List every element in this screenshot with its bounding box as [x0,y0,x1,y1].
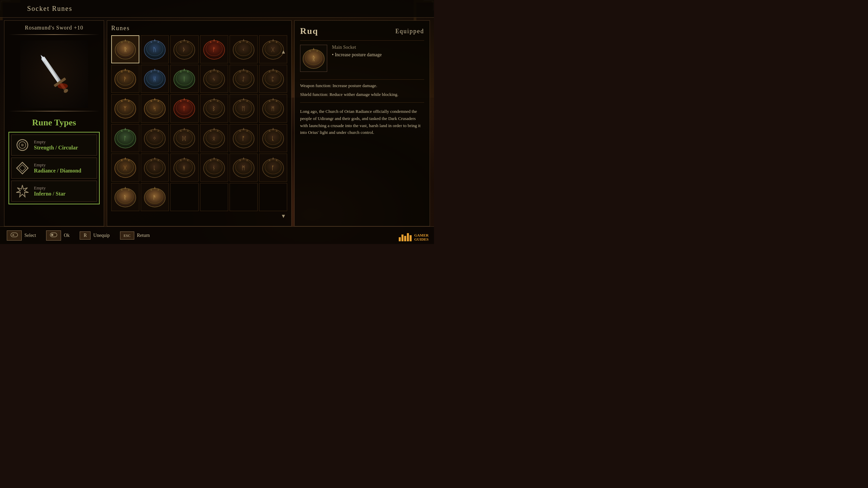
rune-cell-empty [200,183,228,211]
rune-cell[interactable]: ᚱ [111,183,139,211]
rune-slot-star[interactable]: Empty Inferno / Star [11,181,97,202]
runes-panel-title: Runes [111,25,287,32]
svg-marker-139 [183,127,185,130]
svg-text:ᛗ: ᛗ [271,106,275,112]
svg-text:ᛚ: ᛚ [124,136,127,141]
svg-marker-163 [124,157,126,159]
rune-icon: ᛖ [232,97,255,120]
rune-slots-container: Empty Strength / Circular Empty Radiance… [8,132,100,204]
rune-cell[interactable]: ᚳ [141,154,169,182]
equipped-badge: Equipped [395,28,424,35]
svg-text:ᛃ: ᛃ [212,77,216,82]
svg-marker-205 [154,186,156,189]
gg-bar-1 [399,237,401,241]
rune-icon: ᛞ [173,126,196,150]
rune-large-icon: ᚱ [300,45,327,72]
rune-cell[interactable]: ᚷ [111,154,139,182]
rune-cell[interactable]: ᚢ [141,35,169,63]
rune-cell[interactable]: ᛗ [230,154,258,182]
gamer-guides-text: GAMERGUIDES [414,233,429,241]
return-action-label: Return [137,233,150,238]
rune-cell[interactable]: ᚫ [141,183,169,211]
rune-icon: ᛜ [143,126,166,150]
rune-cell[interactable]: ᚦ [170,35,198,63]
svg-marker-181 [213,157,215,159]
svg-text:ᚳ: ᚳ [271,136,275,141]
rune-property: Increase posture damage [332,52,424,58]
svg-marker-157 [272,127,274,130]
rune-icon: ᚲ [232,38,255,61]
scroll-down-arrow[interactable]: ▼ [281,213,286,219]
rune-cell[interactable]: ᚻ [170,154,198,182]
svg-text:ᚷ: ᚷ [271,47,275,53]
svg-rect-220 [52,235,53,236]
rune-cell[interactable]: ᛟ [200,124,228,152]
circular-slot-info: Empty Strength / Circular [34,139,78,151]
rune-cell[interactable]: ᛁ [170,65,198,93]
rune-cell[interactable]: ᚺ [141,65,169,93]
rune-cell[interactable]: ᛖ [230,94,258,122]
svg-marker-109 [213,98,215,100]
svg-rect-219 [52,234,53,235]
svg-point-11 [21,144,24,146]
svg-text:ᚲ: ᚲ [242,47,245,53]
right-header: Ruq Equipped [300,26,424,36]
rune-cell[interactable]: ᛚ [111,124,139,152]
select-action-label: Select [24,233,36,238]
rune-cell[interactable]: ᛒ [200,94,228,122]
rune-cell-empty [170,183,198,211]
diamond-slot-name: Radiance / Diamond [34,168,81,174]
rune-cell[interactable]: ᛉ [111,94,139,122]
rune-icon: ᚫ [143,185,166,209]
rune-large-svg: ᚱ [302,46,326,70]
svg-marker-85 [272,68,274,71]
rune-cell[interactable]: ᚲ [230,35,258,63]
star-slot-info: Empty Inferno / Star [34,185,65,197]
left-panel: Rosamund's Sword +10 [4,20,104,226]
rune-cell[interactable]: ᚾ [200,154,228,182]
rune-icon: ᚻ [173,156,196,179]
rune-cell[interactable]: ᛏ [170,94,198,122]
rune-icon: ᚩ [232,126,255,150]
rune-cell[interactable]: ᛜ [141,124,169,152]
svg-marker-43 [243,39,244,41]
rune-slot-diamond[interactable]: Empty Radiance / Diamond [11,158,97,179]
rune-cell[interactable]: ᛃ [200,65,228,93]
rune-cell-empty [230,183,258,211]
svg-text:ᚻ: ᚻ [183,165,186,171]
svg-marker-133 [154,127,156,130]
star-icon-svg [15,184,30,199]
svg-marker-61 [154,68,156,71]
svg-marker-67 [183,68,185,71]
rune-cell[interactable]: ᚹ [111,65,139,93]
rune-cell[interactable]: ᚩ [230,124,258,152]
rune-icon: ᚹ [114,67,137,90]
detail-divider [300,79,424,80]
rune-cell[interactable]: ᛇ [230,65,258,93]
rune-cell[interactable]: ᛋ [141,94,169,122]
weapon-name: Rosamund's Sword +10 [25,25,83,31]
rune-cell[interactable]: ᚠ [200,35,228,63]
svg-marker-145 [213,127,215,130]
scrollbar[interactable]: ▲ ▼ [281,49,286,219]
r-key-label: R [84,233,87,238]
circular-slot-icon [15,138,30,152]
gamer-guides-logo: GAMERGUIDES [399,233,429,241]
rune-cell[interactable]: ᛞ [170,124,198,152]
svg-text:ᚳ: ᚳ [153,165,157,171]
star-slot-name: Inferno / Star [34,191,65,197]
rune-cell[interactable]: ᚱ [111,35,139,63]
rune-icon: ᛋ [143,97,166,120]
svg-text:ᛗ: ᛗ [242,165,245,171]
weapon-svg [27,47,81,101]
esc-key-label: ESC [124,233,131,238]
svg-marker-103 [183,98,185,100]
ok-controller-icon [50,232,57,238]
svg-marker-79 [243,68,244,71]
rune-slot-circular[interactable]: Empty Strength / Circular [11,135,97,156]
svg-text:ᚫ: ᚫ [153,195,157,200]
scroll-up-arrow[interactable]: ▲ [281,49,286,55]
esc-key-badge: ESC [120,231,134,240]
svg-text:ᛉ: ᛉ [124,106,127,112]
window-title: Socket Runes [27,5,72,13]
